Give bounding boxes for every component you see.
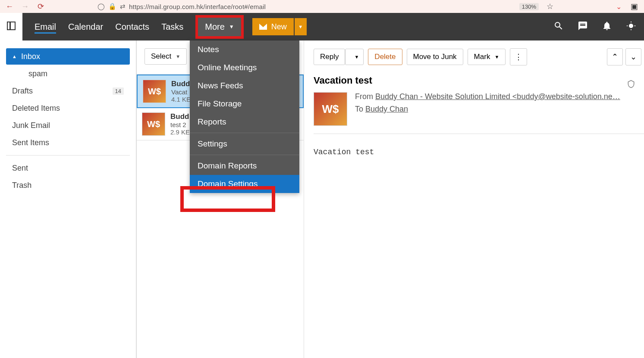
zoom-badge[interactable]: 130% (519, 3, 539, 10)
from-label: From (355, 92, 373, 101)
folder-inbox[interactable]: ▲ Inbox (6, 48, 130, 65)
search-icon[interactable] (553, 21, 564, 33)
caret-down-icon: ▼ (354, 54, 359, 59)
list-subject: test 2 (170, 121, 190, 128)
divider (6, 155, 130, 156)
address-bar[interactable]: ◯ 🔒 ⇄ https://mail.group.com.hk/interfac… (97, 3, 266, 10)
chat-icon[interactable] (578, 21, 588, 33)
new-label: New (271, 22, 287, 31)
reply-button[interactable]: Reply (314, 49, 345, 65)
shield-icon: ◯ (97, 3, 105, 10)
reload-button[interactable]: ⟳ (35, 1, 46, 12)
folder-trash[interactable]: Trash (6, 177, 130, 193)
url-text: https://mail.group.com.hk/interface/root… (129, 3, 266, 10)
reply-dropdown[interactable]: ▼ (345, 49, 364, 65)
folder-sent-items[interactable]: Sent Items (6, 134, 130, 151)
mark-button[interactable]: Mark▼ (468, 49, 506, 65)
nav-more[interactable]: More ▼ (195, 15, 243, 39)
menu-online-meetings[interactable]: Online Meetings (190, 59, 299, 77)
more-actions-button[interactable]: ⋮ (510, 48, 527, 65)
new-button[interactable]: New (252, 18, 294, 35)
new-dropdown[interactable]: ▼ (295, 18, 307, 35)
pocket-icon[interactable]: ⌄ (616, 3, 622, 11)
message-body: Vacation test (314, 148, 644, 156)
caret-down-icon: ▼ (229, 24, 234, 30)
message-header: W$ From Buddy Chan - Website Solution Li… (314, 92, 644, 134)
next-message-button[interactable]: ⌄ (625, 48, 641, 65)
folder-drafts[interactable]: Drafts 14 (6, 83, 130, 99)
folder-count: 14 (113, 87, 124, 95)
toggle-sidebar[interactable] (0, 22, 22, 31)
menu-domain-settings[interactable]: Domain Settings (190, 175, 299, 193)
avatar: W$ (142, 112, 165, 136)
browser-toolbar: ← → ⟳ ◯ 🔒 ⇄ https://mail.group.com.hk/in… (0, 0, 644, 13)
menu-separator (190, 155, 299, 155)
menu-separator (190, 133, 299, 133)
delete-button[interactable]: Delete (368, 49, 402, 65)
folder-label: Deleted Items (12, 104, 60, 113)
to-link[interactable]: Buddy Chan (365, 105, 408, 113)
list-size: 2.9 KE (170, 128, 190, 136)
folder-label: Drafts (12, 87, 33, 96)
nav-calendar[interactable]: Calendar (68, 22, 103, 32)
envelope-icon (259, 24, 267, 30)
prev-message-button[interactable]: ⌃ (607, 48, 623, 65)
header-icons (553, 21, 636, 33)
main-columns: ▲ Inbox spam Drafts 14 Deleted Items Jun… (0, 40, 644, 358)
new-button-group: New ▼ (252, 18, 307, 35)
select-label: Select (151, 52, 171, 61)
folder-label: Trash (12, 181, 31, 190)
move-junk-button[interactable]: Move to Junk (407, 49, 463, 65)
menu-reports[interactable]: Reports (190, 113, 299, 131)
folder-label: Inbox (21, 52, 40, 61)
list-size: 4.1 KE (171, 96, 191, 103)
more-dropdown: Notes Online Meetings News Feeds File St… (190, 40, 299, 193)
back-button[interactable]: ← (4, 1, 15, 12)
menu-settings[interactable]: Settings (190, 135, 299, 153)
panel-icon (7, 22, 16, 30)
reading-pane: Reply ▼ Delete Move to Junk Mark▼ ⋮ ⌃ ⌄ … (304, 40, 644, 358)
app-header: Email Calendar Contacts Tasks More ▼ New… (22, 13, 644, 40)
caret-down-icon: ▼ (176, 54, 180, 59)
list-subject: Vacat (171, 88, 191, 96)
extension-icon[interactable]: ▣ (631, 2, 638, 11)
security-shield-icon[interactable] (627, 79, 635, 90)
folder-junk[interactable]: Junk Email (6, 117, 130, 134)
forward-button[interactable]: → (20, 1, 30, 12)
menu-notes[interactable]: Notes (190, 40, 299, 59)
message-subject: Vacation test (314, 75, 644, 86)
menu-domain-reports[interactable]: Domain Reports (190, 157, 299, 175)
bell-icon[interactable] (602, 21, 612, 33)
avatar: W$ (143, 80, 166, 103)
folder-label: Sent (12, 164, 28, 173)
folder-spam[interactable]: spam (6, 65, 130, 82)
caret-down-icon: ▼ (494, 54, 499, 59)
bookmark-icon[interactable]: ☆ (547, 2, 553, 11)
folder-sent[interactable]: Sent (6, 160, 130, 176)
folder-sidebar: ▲ Inbox spam Drafts 14 Deleted Items Jun… (0, 40, 136, 358)
list-from: Budd (171, 80, 191, 88)
folder-label: Junk Email (12, 121, 50, 130)
permissions-icon: ⇄ (120, 3, 126, 10)
theme-icon[interactable] (626, 21, 636, 33)
list-from: Budd (170, 112, 190, 121)
folder-label: spam (28, 69, 47, 78)
from-link[interactable]: Buddy Chan - Website Solution Limited <b… (375, 92, 620, 101)
avatar: W$ (314, 92, 347, 126)
nav-contacts[interactable]: Contacts (115, 22, 149, 32)
lock-icon: 🔒 (108, 3, 116, 10)
collapse-icon: ▲ (12, 54, 17, 59)
nav-tasks[interactable]: Tasks (161, 22, 183, 32)
menu-file-storage[interactable]: File Storage (190, 95, 299, 113)
nav-more-label: More (205, 22, 225, 32)
message-toolbar: Reply ▼ Delete Move to Junk Mark▼ ⋮ ⌃ ⌄ (314, 48, 644, 65)
select-button[interactable]: Select ▼ (145, 48, 187, 65)
nav-email[interactable]: Email (35, 22, 56, 32)
folder-label: Sent Items (12, 138, 49, 147)
to-label: To (355, 105, 363, 113)
folder-deleted[interactable]: Deleted Items (6, 100, 130, 116)
menu-news-feeds[interactable]: News Feeds (190, 77, 299, 95)
